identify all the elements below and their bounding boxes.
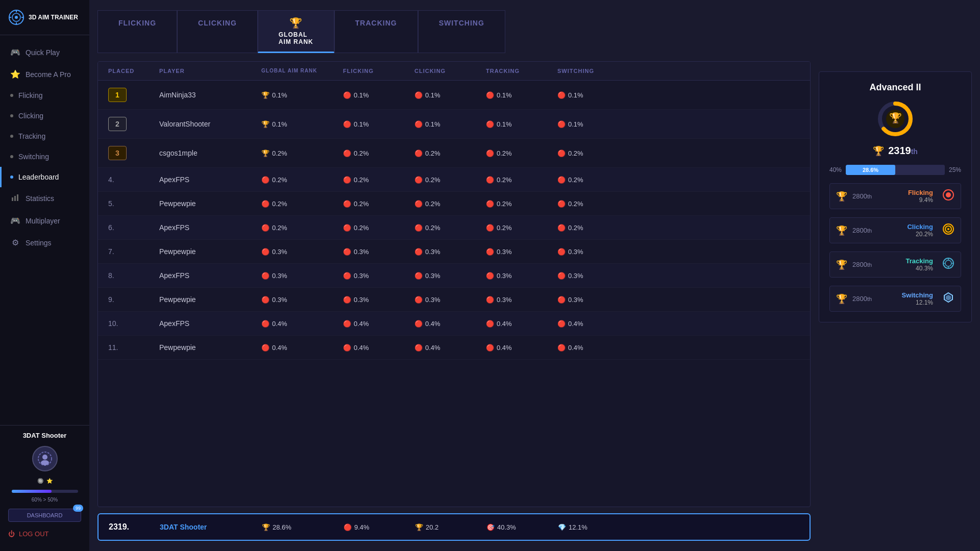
tracking-cell-icon: 🔴 <box>486 149 494 157</box>
sidebar-item-settings[interactable]: ⚙ Settings <box>0 232 89 254</box>
sidebar-item-label: Multiplayer <box>26 217 60 225</box>
tab-flicking[interactable]: FLICKING <box>97 10 177 53</box>
svg-text:🏆: 🏆 <box>889 112 902 124</box>
clicking-rank: 2800th <box>852 227 872 234</box>
cell-tracking: 🔴 0.2% <box>486 200 557 208</box>
avatar <box>32 446 58 471</box>
user-switching: 💎 12.1% <box>558 523 629 531</box>
cell-player: Pewpewpie <box>159 295 261 304</box>
sidebar-item-flicking[interactable]: Flicking <box>0 85 89 106</box>
th-switching: SWITCHING <box>557 68 629 74</box>
sidebar-item-tracking[interactable]: Tracking <box>0 126 89 146</box>
table-row: 8. ApexFPS 🔴 0.3% 🔴 0.3% 🔴 0.3% 🔴 0.3% 🔴… <box>98 264 810 288</box>
progress-bar: 40% 28.6% 25% <box>829 165 961 175</box>
cell-global-icon: 🔴 <box>261 200 270 208</box>
cell-tracking: 🔴 0.3% <box>486 296 557 304</box>
switching-cell-icon: 🔴 <box>557 272 566 280</box>
clicking-trophy: 🏆 <box>836 225 847 236</box>
progress-left: 40% <box>829 166 842 173</box>
cell-global: 🔴 0.2% <box>261 176 343 184</box>
svg-point-21 <box>947 228 949 230</box>
cell-flicking: 🔴 0.3% <box>343 248 414 256</box>
cell-player: ValorantShooter <box>159 120 261 128</box>
cell-tracking: 🔴 0.3% <box>486 248 557 256</box>
sidebar-item-multiplayer[interactable]: 🎮 Multiplayer <box>0 210 89 232</box>
sidebar-item-statistics[interactable]: Statistics <box>0 187 89 210</box>
tab-clicking[interactable]: CLICKING <box>177 10 258 53</box>
svg-rect-8 <box>14 196 16 201</box>
cell-tracking: 🔴 0.1% <box>486 120 557 128</box>
cell-switching: 🔴 0.1% <box>557 91 629 99</box>
rank-plain: 9. <box>108 295 114 304</box>
cell-rank: 1 <box>108 88 159 102</box>
clicking-cell-icon: 🔴 <box>414 296 423 304</box>
sidebar-item-quick-play[interactable]: 🎮 Quick Play <box>0 41 89 63</box>
rank-plain: 5. <box>108 199 114 208</box>
leaderboard-table: PLACED PLAYER GLOBAL AIM RANK FLICKING C… <box>97 61 811 507</box>
sidebar-item-leaderboard[interactable]: Leaderboard <box>0 167 89 187</box>
tab-tracking[interactable]: TRACKING <box>334 10 418 53</box>
content-area: PLACED PLAYER GLOBAL AIM RANK FLICKING C… <box>97 61 972 541</box>
clicking-cell-icon: 🔴 <box>414 272 423 280</box>
tab-global-aim-rank[interactable]: 🏆 GLOBALAIM RANK <box>258 10 334 53</box>
flicking-trophy: 🏆 <box>836 191 847 202</box>
user-section: 3DAT Shooter 🔘 ⭐ 60% > 50% <box>8 432 81 503</box>
cell-flicking: 🔴 0.3% <box>343 296 414 304</box>
sidebar-item-become-pro[interactable]: ⭐ Become A Pro <box>0 63 89 85</box>
clicking-info: Clicking 20.2% <box>907 223 933 238</box>
tracking-icon <box>942 257 954 272</box>
clicking-cell-icon: 🔴 <box>414 344 423 352</box>
clicking-cell-icon: 🔴 <box>414 120 423 128</box>
dashboard-button[interactable]: DASHBOARD <box>8 509 81 522</box>
app-title: 3D AIM TRAINER <box>29 14 78 21</box>
flicking-info: Flicking 9.4% <box>908 189 933 204</box>
cell-global: 🔴 0.2% <box>261 224 343 232</box>
switching-cell-icon: 🔴 <box>557 224 566 232</box>
power-icon: ⏻ <box>8 530 15 538</box>
flicking-cell-icon: 🔴 <box>343 149 351 157</box>
tracking-cell-icon: 🔴 <box>486 344 494 352</box>
panel-rank-icon: 🏆 <box>829 101 961 137</box>
table-section: PLACED PLAYER GLOBAL AIM RANK FLICKING C… <box>97 61 811 541</box>
table-row: 3 csgos1mple 🏆 0.2% 🔴 0.2% 🔴 0.2% 🔴 0.2%… <box>98 139 810 168</box>
cell-global-icon: 🏆 <box>261 149 270 157</box>
table-header: PLACED PLAYER GLOBAL AIM RANK FLICKING C… <box>98 62 810 81</box>
logout-button[interactable]: ⏻ LOG OUT <box>8 527 81 541</box>
sidebar-item-switching[interactable]: Switching <box>0 146 89 167</box>
stat-row-tracking: 🏆 2800th Tracking 40.3% <box>829 252 961 278</box>
cell-global-icon: 🔴 <box>261 272 270 280</box>
cell-tracking: 🔴 0.3% <box>486 272 557 280</box>
cell-switching: 🔴 0.2% <box>557 149 629 157</box>
cell-flicking: 🔴 0.4% <box>343 320 414 328</box>
tab-switching[interactable]: SWITCHING <box>418 10 505 53</box>
progress-track: 28.6% <box>846 165 945 175</box>
clicking-cell-icon: 🔴 <box>414 176 423 184</box>
tracking-cell-icon: 🔴 <box>486 200 494 208</box>
user-rank: 2319. <box>109 522 160 532</box>
cell-flicking: 🔴 0.1% <box>343 91 414 99</box>
switching-icon <box>942 291 954 306</box>
clicking-cell-icon: 🔴 <box>414 248 423 256</box>
user-global: 🏆 28.6% <box>262 523 344 531</box>
sidebar-bottom: 3DAT Shooter 🔘 ⭐ 60% > 50% DASH <box>0 425 89 551</box>
cell-clicking: 🔴 0.3% <box>414 296 486 304</box>
tracking-type: Tracking <box>906 257 933 265</box>
table-row: 11. Pewpewpie 🔴 0.4% 🔴 0.4% 🔴 0.4% 🔴 0.4… <box>98 336 810 360</box>
dashboard-badge: 99 <box>73 505 83 512</box>
user-flicking: 🔴 9.4% <box>344 523 415 531</box>
table-row: 1 AimNinja33 🏆 0.1% 🔴 0.1% 🔴 0.1% 🔴 0.1%… <box>98 81 810 110</box>
cell-tracking: 🔴 0.2% <box>486 149 557 157</box>
cell-rank: 11. <box>108 343 159 352</box>
tracking-dot <box>10 135 13 138</box>
table-row: 5. Pewpewpie 🔴 0.2% 🔴 0.2% 🔴 0.2% 🔴 0.2%… <box>98 192 810 216</box>
sidebar-item-label: Clicking <box>18 112 43 120</box>
rank-plain: 7. <box>108 247 114 256</box>
flicking-icon <box>942 189 954 204</box>
cell-rank: 6. <box>108 223 159 232</box>
svg-point-11 <box>42 455 47 460</box>
sidebar-item-label: Statistics <box>26 194 54 203</box>
cell-switching: 🔴 0.2% <box>557 200 629 208</box>
sidebar-item-clicking[interactable]: Clicking <box>0 106 89 126</box>
cell-tracking: 🔴 0.4% <box>486 320 557 328</box>
clicking-icon <box>942 223 954 238</box>
